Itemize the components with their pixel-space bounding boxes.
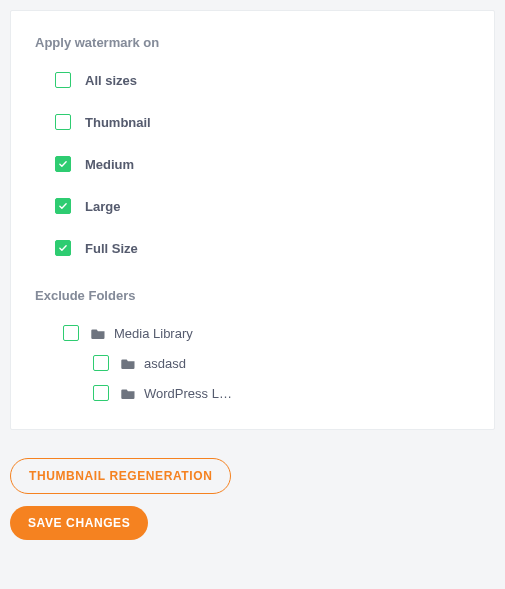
checkbox-folder-wordpress[interactable] bbox=[93, 385, 109, 401]
checkbox-folder-media-library[interactable] bbox=[63, 325, 79, 341]
action-buttons: THUMBNAIL REGENERATION SAVE CHANGES bbox=[10, 458, 495, 540]
save-changes-button[interactable]: SAVE CHANGES bbox=[10, 506, 148, 540]
watermark-section-title: Apply watermark on bbox=[35, 35, 470, 50]
watermark-option-label: Thumbnail bbox=[85, 115, 151, 130]
checkbox-thumbnail[interactable] bbox=[55, 114, 71, 130]
checkbox-full-size[interactable] bbox=[55, 240, 71, 256]
tree-children: asdasd WordPress L… bbox=[93, 355, 470, 401]
folder-icon bbox=[121, 387, 136, 399]
checkbox-all-sizes[interactable] bbox=[55, 72, 71, 88]
checkbox-folder-asdasd[interactable] bbox=[93, 355, 109, 371]
watermark-option-label: Large bbox=[85, 199, 120, 214]
watermark-option: Full Size bbox=[55, 240, 470, 256]
tree-label: asdasd bbox=[144, 356, 186, 371]
thumbnail-regeneration-button[interactable]: THUMBNAIL REGENERATION bbox=[10, 458, 231, 494]
watermark-option-label: Medium bbox=[85, 157, 134, 172]
tree-label: Media Library bbox=[114, 326, 193, 341]
watermark-option-label: Full Size bbox=[85, 241, 138, 256]
exclude-section-title: Exclude Folders bbox=[35, 288, 470, 303]
folder-icon bbox=[121, 357, 136, 369]
tree-label: WordPress L… bbox=[144, 386, 232, 401]
checkbox-medium[interactable] bbox=[55, 156, 71, 172]
tree-row: WordPress L… bbox=[93, 385, 470, 401]
settings-card: Apply watermark on All sizes Thumbnail M… bbox=[10, 10, 495, 430]
tree-row: asdasd bbox=[93, 355, 470, 371]
watermark-option: All sizes bbox=[55, 72, 470, 88]
checkbox-large[interactable] bbox=[55, 198, 71, 214]
tree-row: Media Library bbox=[63, 325, 470, 341]
watermark-option-label: All sizes bbox=[85, 73, 137, 88]
watermark-option: Thumbnail bbox=[55, 114, 470, 130]
watermark-option: Medium bbox=[55, 156, 470, 172]
watermark-option: Large bbox=[55, 198, 470, 214]
watermark-options: All sizes Thumbnail Medium Large Full Si bbox=[35, 72, 470, 256]
folder-icon bbox=[91, 327, 106, 339]
folder-tree: Media Library asdasd WordPress L… bbox=[63, 325, 470, 401]
